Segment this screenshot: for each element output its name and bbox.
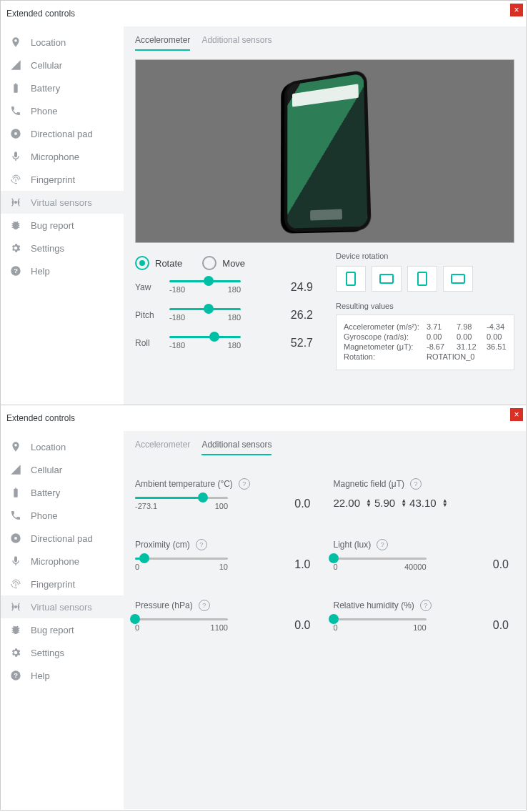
rotation-portrait-flipped[interactable] bbox=[407, 266, 437, 292]
phone-3d bbox=[287, 73, 367, 228]
sidebar-item-settings[interactable]: Settings bbox=[1, 641, 124, 664]
sidebar-item-bug[interactable]: Bug report bbox=[1, 618, 124, 641]
value-proximity: 1.0 bbox=[236, 558, 317, 571]
slider-label-roll: Roll bbox=[135, 338, 161, 348]
sidebar-item-location[interactable]: Location bbox=[1, 435, 124, 458]
location-icon bbox=[9, 440, 22, 453]
spin-magnetic-field-1[interactable]: 5.90▲▼ bbox=[374, 497, 407, 509]
help-icon[interactable]: ? bbox=[196, 539, 207, 550]
chevron-down-icon: ▼ bbox=[442, 503, 448, 508]
rotation-landscape-flipped[interactable] bbox=[443, 266, 473, 292]
sidebar-item-label: Settings bbox=[31, 243, 64, 254]
sidebar-item-sensors[interactable]: Virtual sensors bbox=[1, 595, 124, 618]
sidebar-item-label: Phone bbox=[31, 510, 58, 521]
sidebar-item-label: Battery bbox=[31, 487, 60, 498]
sidebar-item-mic[interactable]: Microphone bbox=[1, 145, 124, 168]
sidebar-item-sensors[interactable]: Virtual sensors bbox=[1, 191, 124, 214]
sidebar-item-label: Help bbox=[31, 266, 50, 277]
sidebar-item-cellular[interactable]: Cellular bbox=[1, 458, 124, 481]
mic-icon bbox=[9, 555, 22, 568]
tab-accelerometer[interactable]: Accelerometer bbox=[135, 32, 190, 51]
help-icon[interactable]: ? bbox=[239, 478, 250, 490]
sensor-label-ambient-temperature: Ambient temperature (°C)? bbox=[135, 478, 317, 490]
settings-icon bbox=[9, 646, 22, 659]
slider-yaw[interactable]: -180180 bbox=[169, 280, 241, 294]
sidebar-item-label: Microphone bbox=[31, 152, 79, 162]
slider-pitch[interactable]: -180180 bbox=[169, 308, 241, 322]
battery-icon bbox=[9, 81, 22, 94]
sidebar-item-dpad[interactable]: Directional pad bbox=[1, 527, 124, 550]
help-icon[interactable]: ? bbox=[410, 478, 422, 490]
sidebar-item-battery[interactable]: Battery bbox=[1, 481, 124, 504]
help-icon: ? bbox=[9, 669, 22, 682]
sensor-label-proximity: Proximity (cm)? bbox=[135, 539, 317, 550]
rotation-landscape[interactable] bbox=[372, 266, 402, 292]
sidebar-item-fingerprint[interactable]: Fingerprint bbox=[1, 573, 124, 595]
slider-light[interactable]: 040000 bbox=[334, 558, 427, 571]
sidebar-item-label: Virtual sensors bbox=[31, 197, 92, 208]
cellular-icon bbox=[9, 463, 22, 476]
chevron-down-icon: ▼ bbox=[366, 503, 372, 508]
slider-roll[interactable]: -180180 bbox=[169, 336, 241, 350]
sidebar-item-label: Microphone bbox=[31, 556, 79, 567]
svg-text:?: ? bbox=[14, 672, 18, 679]
slider-label-pitch: Pitch bbox=[135, 310, 161, 320]
sidebar-item-help[interactable]: ?Help bbox=[1, 664, 124, 687]
sidebar-item-fingerprint[interactable]: Fingerprint bbox=[1, 168, 124, 191]
sidebar-item-battery[interactable]: Battery bbox=[1, 76, 124, 99]
sidebar-item-cellular[interactable]: Cellular bbox=[1, 54, 124, 76]
svg-point-1 bbox=[14, 132, 17, 135]
sidebar-item-phone[interactable]: Phone bbox=[1, 99, 124, 122]
sidebar-item-label: Cellular bbox=[31, 60, 62, 71]
slider-relative-humidity[interactable]: 0100 bbox=[334, 618, 427, 632]
sidebar-item-label: Virtual sensors bbox=[31, 602, 92, 613]
slider-ambient-temperature[interactable]: -273.1100 bbox=[135, 497, 228, 510]
svg-text:?: ? bbox=[14, 267, 18, 274]
sidebar-item-label: Fingerprint bbox=[31, 579, 75, 590]
spin-magnetic-field-0[interactable]: 22.00▲▼ bbox=[334, 497, 372, 509]
sidebar-item-phone[interactable]: Phone bbox=[1, 504, 124, 527]
sidebar-item-settings[interactable]: Settings bbox=[1, 237, 124, 259]
sidebar-item-help[interactable]: ?Help bbox=[1, 259, 124, 282]
sidebar-item-label: Cellular bbox=[31, 465, 62, 475]
fingerprint-icon bbox=[9, 173, 22, 186]
sidebar-item-label: Directional pad bbox=[31, 129, 93, 139]
close-button[interactable]: × bbox=[510, 4, 523, 16]
value-ambient-temperature: 0.0 bbox=[236, 497, 317, 510]
sensor-label-magnetic-field: Magnetic field (μT)? bbox=[334, 478, 515, 490]
sidebar-item-label: Location bbox=[31, 442, 66, 452]
help-icon: ? bbox=[9, 264, 22, 277]
tab-additional-sensors[interactable]: Additional sensors bbox=[201, 437, 272, 455]
battery-icon bbox=[9, 486, 22, 499]
slider-pressure[interactable]: 01100 bbox=[135, 618, 228, 632]
help-icon[interactable]: ? bbox=[199, 600, 210, 611]
dpad-icon bbox=[9, 532, 22, 545]
help-icon[interactable]: ? bbox=[377, 539, 388, 550]
dpad-icon bbox=[9, 127, 22, 140]
value-relative-humidity: 0.0 bbox=[435, 619, 515, 632]
sidebar-item-bug[interactable]: Bug report bbox=[1, 214, 124, 237]
sidebar-item-label: Phone bbox=[31, 106, 58, 117]
radio-move[interactable]: Move bbox=[202, 256, 245, 270]
sidebar-item-label: Battery bbox=[31, 83, 60, 94]
sidebar-item-dpad[interactable]: Directional pad bbox=[1, 122, 124, 145]
window-title: Extended controls bbox=[6, 413, 75, 423]
resulting-values-box: Accelerometer (m/s²):3.717.98-4.34 Gyros… bbox=[336, 315, 514, 370]
sidebar-item-location[interactable]: Location bbox=[1, 31, 124, 54]
sidebar-item-label: Settings bbox=[31, 648, 64, 658]
rotation-portrait[interactable] bbox=[336, 266, 366, 292]
tab-accelerometer[interactable]: Accelerometer bbox=[135, 437, 190, 455]
radio-rotate[interactable]: Rotate bbox=[135, 256, 182, 270]
spin-magnetic-field-2[interactable]: 43.10▲▼ bbox=[409, 497, 447, 509]
help-icon[interactable]: ? bbox=[420, 600, 432, 611]
tab-additional-sensors[interactable]: Additional sensors bbox=[201, 32, 272, 51]
close-button[interactable]: × bbox=[510, 408, 523, 421]
sidebar-item-label: Fingerprint bbox=[31, 174, 75, 185]
sensors-icon bbox=[9, 600, 22, 613]
location-icon bbox=[9, 36, 22, 49]
sidebar-item-mic[interactable]: Microphone bbox=[1, 550, 124, 573]
device-preview[interactable] bbox=[135, 59, 514, 243]
cellular-icon bbox=[9, 59, 22, 71]
slider-proximity[interactable]: 010 bbox=[135, 558, 228, 571]
fingerprint-icon bbox=[9, 578, 22, 590]
